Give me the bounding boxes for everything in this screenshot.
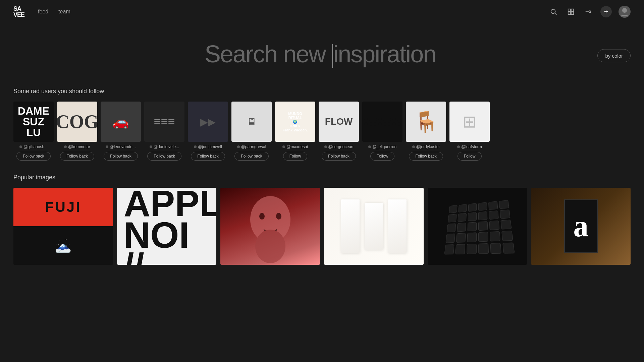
user-card: MUNDORITUAL🌍TRIKK.Frank Wieden. @maxdesa…	[275, 102, 315, 161]
user-name-row: @leonvande...	[106, 144, 136, 149]
user-dot	[368, 145, 371, 148]
popular-image-face[interactable]	[220, 188, 320, 265]
user-handle: @leafstorm	[461, 144, 482, 149]
user-image: 🪑	[406, 102, 446, 142]
user-image: ⊞	[449, 102, 490, 142]
svg-line-1	[555, 13, 556, 15]
follow-button[interactable]: Follow back	[191, 152, 225, 161]
popular-section-title: Popular images	[13, 174, 631, 181]
user-image: DAMESUZLU	[13, 102, 54, 142]
user-image: 🚗	[101, 102, 141, 142]
nav-links: feed team	[38, 9, 70, 15]
by-color-button[interactable]: by color	[597, 49, 631, 62]
popular-image-billboard[interactable]: a	[531, 188, 631, 265]
user-dot	[150, 145, 152, 148]
user-handle: @sergeocean	[328, 144, 354, 149]
search-title: Search new inspiration	[205, 40, 436, 68]
filter-icon[interactable]	[583, 6, 594, 17]
user-dot	[106, 145, 108, 148]
popular-images-row: FUJI 🗻 APPLYNOI//	[13, 188, 631, 265]
nav-right: +	[548, 6, 631, 18]
svg-rect-3	[571, 9, 574, 11]
user-name-row: @sergeocean	[324, 144, 354, 149]
user-dot	[19, 145, 22, 148]
nav-feed[interactable]: feed	[38, 9, 48, 15]
users-row: DAMESUZLU @gillianosh... Follow back COG…	[13, 102, 631, 161]
user-image: 🖥	[231, 102, 272, 142]
popular-image-packaging[interactable]	[324, 188, 424, 265]
popular-image-keyboard[interactable]	[428, 188, 527, 265]
user-avatar[interactable]	[619, 6, 631, 18]
add-button[interactable]: +	[600, 6, 612, 17]
user-dot	[324, 145, 327, 148]
follow-button[interactable]: Follow back	[147, 152, 181, 161]
logo[interactable]: SA VEE	[13, 6, 24, 18]
follow-button[interactable]: Follow	[283, 152, 308, 161]
user-handle: @leonvande...	[110, 144, 136, 149]
follow-button[interactable]: Follow back	[16, 152, 50, 161]
popular-image-apply[interactable]: APPLYNOI//	[117, 188, 217, 265]
user-handle: @_eliguerron	[372, 144, 396, 149]
svg-point-11	[259, 213, 265, 220]
follow-button[interactable]: Follow back	[409, 152, 443, 161]
follow-section-title: Some rad users you should follow	[13, 88, 631, 95]
follow-section: Some rad users you should follow DAMESUZ…	[0, 88, 644, 161]
user-dot	[282, 145, 285, 148]
user-dot	[412, 145, 415, 148]
user-dot	[457, 145, 460, 148]
svg-rect-4	[568, 12, 571, 14]
follow-button[interactable]: Follow back	[234, 152, 268, 161]
follow-button[interactable]: Follow back	[104, 152, 138, 161]
user-card: 🪑 @jordykuster Follow back	[406, 102, 446, 161]
user-card: ▶▶ @jonsamwell Follow back	[188, 102, 228, 161]
user-image: ▶▶	[188, 102, 228, 142]
follow-button[interactable]: Follow back	[322, 152, 356, 161]
user-handle: @jordykuster	[416, 144, 440, 149]
svg-point-13	[255, 230, 285, 263]
popular-image-fuji[interactable]: FUJI 🗻	[13, 188, 113, 265]
navbar: SA VEE feed team +	[0, 0, 644, 23]
follow-button[interactable]: Follow	[458, 152, 482, 161]
user-name-row: @gillianosh...	[19, 144, 48, 149]
user-name-row: @maxdesai	[282, 144, 308, 149]
user-image	[362, 102, 402, 142]
user-card: 🚗 @leonvande... Follow back	[101, 102, 141, 161]
user-handle: @kemmotar	[68, 144, 90, 149]
search-section: Search new inspiration by color	[0, 23, 644, 88]
user-handle: @parmgrewal	[241, 144, 266, 149]
user-name-row: @_eliguerron	[368, 144, 396, 149]
svg-point-9	[622, 8, 627, 13]
user-handle: @maxdesai	[286, 144, 308, 149]
user-card: @_eliguerron Follow	[362, 102, 402, 161]
user-card: COG @kemmotar Follow back	[57, 102, 97, 161]
user-image: FLOW	[319, 102, 359, 142]
user-card: ≡≡≡ @danielvele... Follow back	[144, 102, 184, 161]
follow-button[interactable]: Follow back	[60, 152, 94, 161]
svg-point-0	[551, 9, 555, 14]
user-name-row: @parmgrewal	[237, 144, 266, 149]
nav-left: SA VEE feed team	[13, 6, 70, 18]
user-image: MUNDORITUAL🌍TRIKK.Frank Wieden.	[275, 102, 315, 142]
svg-point-12	[276, 213, 281, 220]
search-wrapper: Search new inspiration	[205, 40, 439, 68]
user-name-row: @jonsamwell	[194, 144, 222, 149]
user-dot	[64, 145, 67, 148]
user-card: 🖥 @parmgrewal Follow back	[231, 102, 272, 161]
user-handle: @jonsamwell	[198, 144, 222, 149]
user-image: ≡≡≡	[144, 102, 184, 142]
grid-icon[interactable]	[566, 6, 576, 17]
user-handle: @gillianosh...	[23, 144, 48, 149]
svg-rect-2	[568, 9, 571, 11]
search-icon[interactable]	[548, 6, 559, 17]
svg-point-6	[589, 11, 591, 13]
svg-rect-5	[571, 12, 574, 14]
nav-team[interactable]: team	[58, 9, 70, 15]
user-card: DAMESUZLU @gillianosh... Follow back	[13, 102, 54, 161]
user-handle: @danielvele...	[154, 144, 179, 149]
user-dot	[194, 145, 197, 148]
user-image: COG	[57, 102, 97, 142]
user-card: FLOW @sergeocean Follow back	[319, 102, 359, 161]
user-dot	[237, 145, 240, 148]
popular-section: Popular images FUJI 🗻 APPLYNOI//	[0, 174, 644, 265]
follow-button[interactable]: Follow	[370, 152, 395, 161]
